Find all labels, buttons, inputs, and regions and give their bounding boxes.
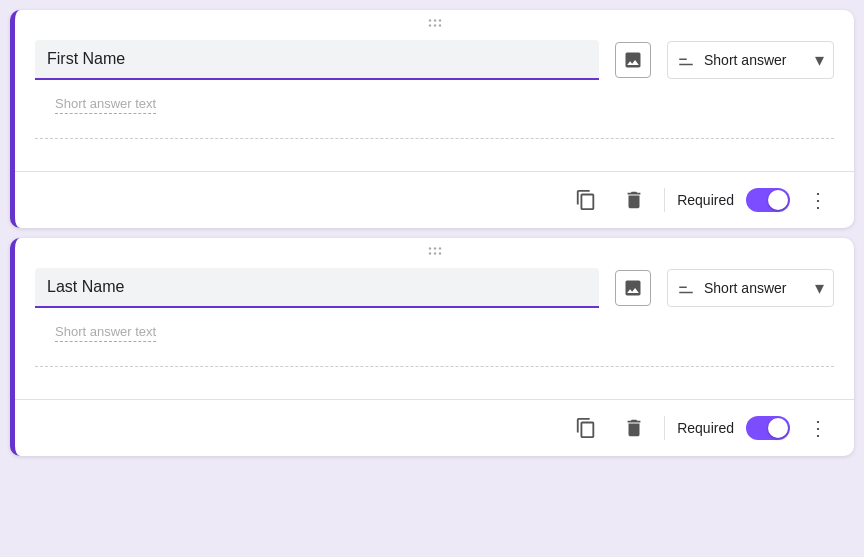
form-card-1: Short answer Paragraph Multiple choice C…	[10, 10, 854, 228]
question-input-2[interactable]	[35, 268, 599, 308]
answer-placeholder-1: Short answer text	[35, 92, 834, 139]
svg-point-3	[428, 24, 430, 26]
required-toggle-1[interactable]	[746, 188, 790, 212]
card-top-2: Short answer Paragraph Multiple choice C…	[15, 260, 854, 320]
svg-point-9	[428, 252, 430, 254]
type-select-wrapper-2: Short answer Paragraph Multiple choice C…	[667, 269, 834, 307]
card-bottom-2: Required ⋮	[15, 400, 854, 456]
card-bottom-1: Required ⋮	[15, 172, 854, 228]
required-toggle-2[interactable]	[746, 416, 790, 440]
toggle-track-1	[746, 188, 790, 212]
drag-handle-2[interactable]	[15, 238, 854, 260]
required-label-2: Required	[677, 420, 734, 436]
question-type-select-2[interactable]: Short answer Paragraph Multiple choice C…	[667, 269, 834, 307]
toggle-thumb-1	[768, 190, 788, 210]
question-input-1[interactable]	[35, 40, 599, 80]
copy-button-2[interactable]	[568, 410, 604, 446]
svg-point-1	[433, 19, 435, 21]
separator-2	[664, 416, 665, 440]
add-image-button-2[interactable]	[615, 270, 651, 306]
question-input-wrapper-2	[35, 268, 599, 308]
svg-point-11	[438, 252, 440, 254]
question-type-select-1[interactable]: Short answer Paragraph Multiple choice C…	[667, 41, 834, 79]
card-spacer-2	[15, 379, 854, 399]
required-label-1: Required	[677, 192, 734, 208]
separator-1	[664, 188, 665, 212]
card-top-1: Short answer Paragraph Multiple choice C…	[15, 32, 854, 92]
toggle-track-2	[746, 416, 790, 440]
svg-point-10	[433, 252, 435, 254]
svg-point-2	[438, 19, 440, 21]
more-options-button-1[interactable]: ⋮	[802, 184, 834, 216]
svg-point-6	[428, 247, 430, 249]
svg-point-8	[438, 247, 440, 249]
placeholder-text-2: Short answer text	[55, 324, 156, 342]
delete-button-2[interactable]	[616, 410, 652, 446]
type-select-wrapper-1: Short answer Paragraph Multiple choice C…	[667, 41, 834, 79]
more-options-button-2[interactable]: ⋮	[802, 412, 834, 444]
toggle-thumb-2	[768, 418, 788, 438]
svg-point-4	[433, 24, 435, 26]
svg-point-7	[433, 247, 435, 249]
svg-point-5	[438, 24, 440, 26]
drag-handle-1[interactable]	[15, 10, 854, 32]
copy-button-1[interactable]	[568, 182, 604, 218]
answer-placeholder-2: Short answer text	[35, 320, 834, 367]
card-spacer-1	[15, 151, 854, 171]
form-card-2: Short answer Paragraph Multiple choice C…	[10, 238, 854, 456]
svg-point-0	[428, 19, 430, 21]
placeholder-text-1: Short answer text	[55, 96, 156, 114]
delete-button-1[interactable]	[616, 182, 652, 218]
question-input-wrapper-1	[35, 40, 599, 80]
add-image-button-1[interactable]	[615, 42, 651, 78]
